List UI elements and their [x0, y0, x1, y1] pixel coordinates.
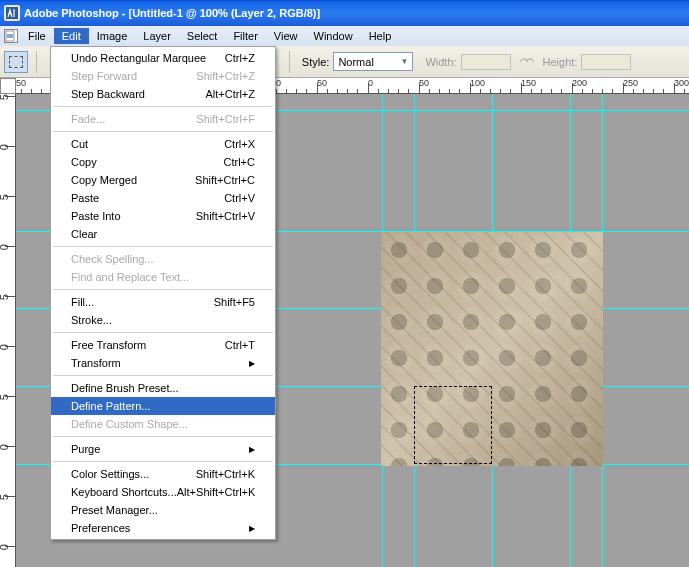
- menu-item-undo-rectangular-marquee[interactable]: Undo Rectangular MarqueeCtrl+Z: [51, 49, 275, 67]
- menu-item-fill[interactable]: Fill...Shift+F5: [51, 293, 275, 311]
- menu-item-label: Copy: [71, 156, 97, 168]
- menu-item-label: Keyboard Shortcuts...: [71, 486, 177, 498]
- marquee-selection[interactable]: [414, 386, 492, 464]
- edit-menu-dropdown: Undo Rectangular MarqueeCtrl+ZStep Forwa…: [50, 46, 276, 540]
- menu-separator: [53, 461, 273, 462]
- menu-item-label: Step Forward: [71, 70, 137, 82]
- menu-separator: [53, 332, 273, 333]
- menu-edit[interactable]: Edit: [54, 28, 89, 44]
- window-title-bar: Adobe Photoshop - [Untitled-1 @ 100% (La…: [0, 0, 689, 26]
- menu-item-label: Purge: [71, 443, 100, 455]
- menu-item-label: Define Brush Preset...: [71, 382, 179, 394]
- menu-item-stroke[interactable]: Stroke...: [51, 311, 275, 329]
- height-input: [581, 54, 631, 70]
- menu-item-shortcut: Shift+Ctrl+Z: [196, 70, 255, 82]
- menu-window[interactable]: Window: [306, 28, 361, 44]
- ruler-tick-label: 0: [1, 444, 8, 450]
- tool-marquee[interactable]: [4, 51, 28, 73]
- style-value: Normal: [338, 56, 373, 68]
- menu-item-label: Fill...: [71, 296, 94, 308]
- menu-image[interactable]: Image: [89, 28, 136, 44]
- height-label: Height:: [543, 56, 578, 68]
- menu-item-shortcut: Ctrl+Z: [225, 52, 255, 64]
- ruler-tick-label: 200: [572, 78, 587, 88]
- menu-item-free-transform[interactable]: Free TransformCtrl+T: [51, 336, 275, 354]
- menu-help[interactable]: Help: [361, 28, 400, 44]
- menu-item-transform[interactable]: Transform▶: [51, 354, 275, 372]
- separator: [289, 51, 290, 73]
- menu-item-fade: Fade...Shift+Ctrl+F: [51, 110, 275, 128]
- menu-item-label: Fade...: [71, 113, 105, 125]
- menu-item-step-forward: Step ForwardShift+Ctrl+Z: [51, 67, 275, 85]
- width-label: Width:: [425, 56, 456, 68]
- ruler-origin[interactable]: [0, 78, 16, 94]
- menu-item-label: Check Spelling...: [71, 253, 154, 265]
- menu-item-define-brush-preset[interactable]: Define Brush Preset...: [51, 379, 275, 397]
- menu-separator: [53, 436, 273, 437]
- menu-item-keyboard-shortcuts[interactable]: Keyboard Shortcuts...Alt+Shift+Ctrl+K: [51, 483, 275, 501]
- svg-rect-2: [7, 34, 13, 38]
- ruler-tick-label: 0: [1, 244, 8, 250]
- menu-item-label: Clear: [71, 228, 97, 240]
- ruler-tick-label: 5: [1, 294, 8, 300]
- chevron-down-icon: ▼: [400, 57, 408, 66]
- menu-item-copy-merged[interactable]: Copy MergedShift+Ctrl+C: [51, 171, 275, 189]
- ruler-vertical[interactable]: 5050505050: [0, 94, 16, 567]
- menu-separator: [53, 131, 273, 132]
- menu-item-shortcut: Shift+Ctrl+V: [196, 210, 255, 222]
- menu-item-cut[interactable]: CutCtrl+X: [51, 135, 275, 153]
- menu-item-copy[interactable]: CopyCtrl+C: [51, 153, 275, 171]
- menu-item-label: Color Settings...: [71, 468, 149, 480]
- menu-item-purge[interactable]: Purge▶: [51, 440, 275, 458]
- menu-select[interactable]: Select: [179, 28, 226, 44]
- marquee-icon: [9, 56, 23, 68]
- submenu-arrow-icon: ▶: [249, 524, 255, 533]
- menu-separator: [53, 289, 273, 290]
- menu-item-shortcut: Ctrl+C: [224, 156, 255, 168]
- separator: [36, 51, 37, 73]
- ruler-tick-label: 50: [419, 78, 429, 88]
- menu-item-label: Find and Replace Text...: [71, 271, 189, 283]
- menu-view[interactable]: View: [266, 28, 306, 44]
- menu-filter[interactable]: Filter: [225, 28, 265, 44]
- ruler-tick-label: 100: [470, 78, 485, 88]
- menu-item-preferences[interactable]: Preferences▶: [51, 519, 275, 537]
- menu-item-shortcut: Alt+Ctrl+Z: [205, 88, 255, 100]
- ruler-tick-label: 5: [1, 194, 8, 200]
- menu-item-shortcut: Shift+F5: [214, 296, 255, 308]
- menu-separator: [53, 246, 273, 247]
- options-style: Style: Normal ▼: [298, 52, 418, 71]
- style-select[interactable]: Normal ▼: [333, 52, 413, 71]
- menu-item-define-custom-shape: Define Custom Shape...: [51, 415, 275, 433]
- ruler-tick-label: 250: [623, 78, 638, 88]
- ruler-tick-label: 5: [1, 394, 8, 400]
- style-label: Style:: [302, 56, 330, 68]
- menu-item-label: Transform: [71, 357, 121, 369]
- menu-item-label: Stroke...: [71, 314, 112, 326]
- menu-item-preset-manager[interactable]: Preset Manager...: [51, 501, 275, 519]
- svg-rect-0: [6, 7, 18, 19]
- menu-item-label: Paste: [71, 192, 99, 204]
- menu-item-clear[interactable]: Clear: [51, 225, 275, 243]
- menu-item-shortcut: Ctrl+V: [224, 192, 255, 204]
- menu-item-paste-into[interactable]: Paste IntoShift+Ctrl+V: [51, 207, 275, 225]
- menu-item-label: Preset Manager...: [71, 504, 158, 516]
- menu-item-define-pattern[interactable]: Define Pattern...: [51, 397, 275, 415]
- menu-layer[interactable]: Layer: [135, 28, 179, 44]
- menu-item-label: Copy Merged: [71, 174, 137, 186]
- menu-item-step-backward[interactable]: Step BackwardAlt+Ctrl+Z: [51, 85, 275, 103]
- menu-item-paste[interactable]: PasteCtrl+V: [51, 189, 275, 207]
- ruler-tick-label: 0: [1, 144, 8, 150]
- menu-item-color-settings[interactable]: Color Settings...Shift+Ctrl+K: [51, 465, 275, 483]
- menu-item-shortcut: Alt+Shift+Ctrl+K: [177, 486, 256, 498]
- document-icon[interactable]: [4, 29, 18, 43]
- menu-item-label: Free Transform: [71, 339, 146, 351]
- menu-item-shortcut: Ctrl+X: [224, 138, 255, 150]
- menu-file[interactable]: File: [20, 28, 54, 44]
- ruler-tick-label: 300: [674, 78, 689, 88]
- ruler-tick-label: 50: [317, 78, 327, 88]
- menu-item-find-and-replace-text: Find and Replace Text...: [51, 268, 275, 286]
- ruler-tick-label: 0: [1, 544, 8, 550]
- ruler-tick-label: 5: [1, 94, 8, 100]
- menu-item-label: Cut: [71, 138, 88, 150]
